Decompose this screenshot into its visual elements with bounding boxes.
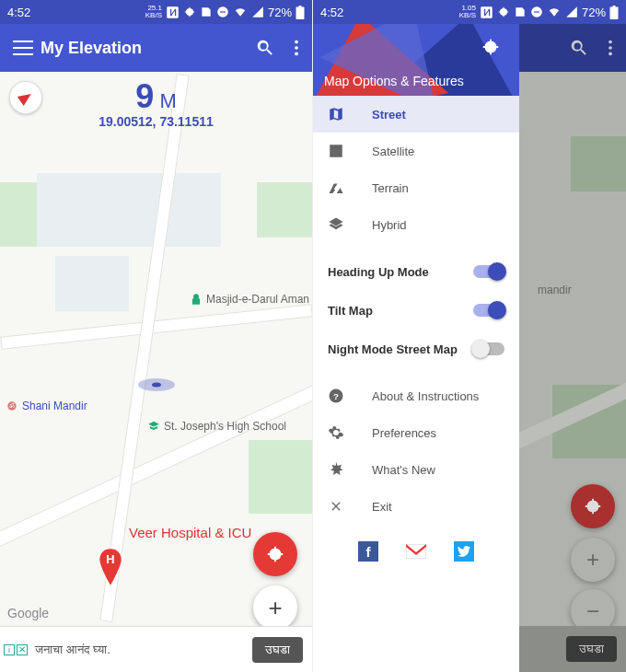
menu-label: What's New: [372, 463, 435, 477]
map-type-hybrid[interactable]: Hybrid: [313, 206, 519, 243]
zoom-in-dimmed: +: [571, 538, 615, 582]
app-bar-dimmed: [519, 24, 626, 72]
poi-school[interactable]: St. Joseph's High School: [147, 420, 286, 433]
toggle-night-mode[interactable]: Night Mode Street Map: [313, 330, 519, 368]
toggle-label: Night Mode Street Map: [328, 342, 458, 356]
svg-text:H: H: [106, 553, 114, 567]
phone-right: 4:52 1.05KB/S 72%: [313, 0, 626, 672]
dnd-icon: [216, 6, 229, 18]
coordinates: 19.00512, 73.11511: [0, 114, 312, 129]
phone-left: 4:52 25.1KB/S 72% My Elevation: [0, 0, 313, 672]
ad-close-icon[interactable]: ✕: [17, 644, 28, 655]
menu-preferences[interactable]: Preferences: [313, 414, 519, 451]
nav-drawer: Map Options & Features Street Satellite …: [313, 24, 519, 672]
switch[interactable]: [473, 265, 504, 278]
svg-rect-11: [534, 11, 539, 12]
signal-icon: [565, 6, 578, 18]
toggle-label: Heading Up Mode: [328, 265, 429, 279]
overflow-icon[interactable]: [294, 38, 299, 58]
locate-button[interactable]: [253, 532, 297, 576]
signal-icon: [251, 6, 264, 18]
ad-banner-dimmed: उघडा: [519, 626, 626, 672]
drawer-title: Map Options & Features: [324, 74, 464, 88]
wifi-icon: [233, 6, 248, 18]
svg-point-5: [295, 46, 298, 50]
hospital-pin-icon[interactable]: H: [98, 549, 123, 589]
menu-exit[interactable]: Exit: [313, 488, 519, 525]
map-type-label: Satellite: [372, 145, 414, 158]
app-title: My Elevation: [41, 39, 142, 58]
facebook-icon[interactable]: f: [358, 541, 378, 562]
locate-button-dimmed: [571, 484, 615, 528]
gmail-icon[interactable]: [406, 541, 426, 562]
status-bar: 4:52 25.1KB/S 72%: [0, 0, 312, 24]
status-net-speed: 1.05KB/S: [459, 5, 476, 19]
twitter-icon[interactable]: [454, 541, 474, 562]
battery-pct: 72%: [582, 6, 606, 19]
svg-rect-1: [220, 11, 226, 12]
map-type-terrain[interactable]: Terrain: [313, 169, 519, 206]
svg-rect-2: [296, 6, 305, 19]
map-type-satellite[interactable]: Satellite: [313, 133, 519, 169]
menu-about[interactable]: ? About & Instructions: [313, 377, 519, 414]
sim-icon: [200, 6, 213, 18]
menu-label: Exit: [372, 500, 392, 514]
app-bar: My Elevation: [0, 24, 312, 72]
svg-point-14: [609, 41, 612, 44]
status-icons: 72%: [166, 6, 305, 19]
scrim[interactable]: mandir + − उघडा: [519, 24, 626, 672]
svg-text:ॐ: ॐ: [9, 402, 15, 409]
svg-text:?: ?: [333, 391, 339, 401]
help-icon: ?: [328, 388, 344, 404]
svg-rect-19: [406, 544, 426, 559]
menu-label: About & Instructions: [372, 389, 479, 403]
svg-point-15: [609, 46, 612, 50]
toggle-tilt-map[interactable]: Tilt Map: [313, 291, 519, 330]
switch[interactable]: [473, 304, 504, 317]
poi-mosque[interactable]: Masjid-e-Darul Aman: [190, 293, 309, 306]
zoom-in-button[interactable]: +: [253, 585, 297, 626]
ad-info-icon[interactable]: i: [4, 644, 15, 655]
svg-rect-12: [610, 6, 619, 19]
nfc-icon: [166, 6, 180, 19]
map-type-label: Hybrid: [372, 218, 407, 232]
status-net-speed: 25.1KB/S: [145, 5, 162, 19]
overflow-icon: [608, 38, 613, 58]
location-icon: [183, 6, 196, 18]
gear-icon: [328, 424, 344, 441]
map-attribution: Google: [7, 606, 49, 620]
terrain-icon: [328, 180, 344, 196]
menu-icon[interactable]: [13, 41, 33, 55]
search-icon[interactable]: [255, 38, 275, 58]
poi-hospital[interactable]: Veer Hospital & ICU: [129, 525, 251, 540]
svg-rect-13: [613, 6, 616, 7]
switch[interactable]: [473, 342, 504, 355]
toggle-label: Tilt Map: [328, 304, 373, 318]
locate-icon[interactable]: [481, 37, 501, 61]
ad-open-button[interactable]: उघडा: [252, 637, 303, 663]
toggle-heading-up[interactable]: Heading Up Mode: [313, 252, 519, 291]
nfc-icon: [480, 6, 493, 19]
map-type-label: Terrain: [372, 181, 409, 195]
layers-icon: [328, 216, 344, 233]
svg-point-16: [609, 52, 612, 56]
menu-whatsnew[interactable]: What's New: [313, 451, 519, 488]
elevation-unit: M: [154, 89, 176, 112]
svg-point-6: [295, 52, 298, 56]
battery-icon: [609, 6, 619, 19]
battery-pct: 72%: [268, 6, 292, 19]
sim-icon: [514, 6, 527, 18]
status-time: 4:52: [7, 6, 30, 19]
map-type-street[interactable]: Street: [313, 96, 519, 133]
map-icon: [328, 106, 344, 122]
dnd-icon: [530, 6, 543, 18]
poi-temple[interactable]: ॐ Shani Mandir: [6, 400, 87, 412]
svg-rect-3: [299, 6, 302, 7]
new-icon: [328, 461, 344, 478]
map-view[interactable]: 9 M 19.00512, 73.11511 Masjid-e-Darul Am…: [0, 72, 312, 626]
search-icon: [569, 38, 589, 58]
poi-mandir-dimmed: mandir: [538, 284, 572, 296]
elevation-value: 9: [135, 77, 154, 115]
close-icon: [328, 498, 344, 515]
ad-btn-dimmed: उघडा: [566, 636, 617, 662]
